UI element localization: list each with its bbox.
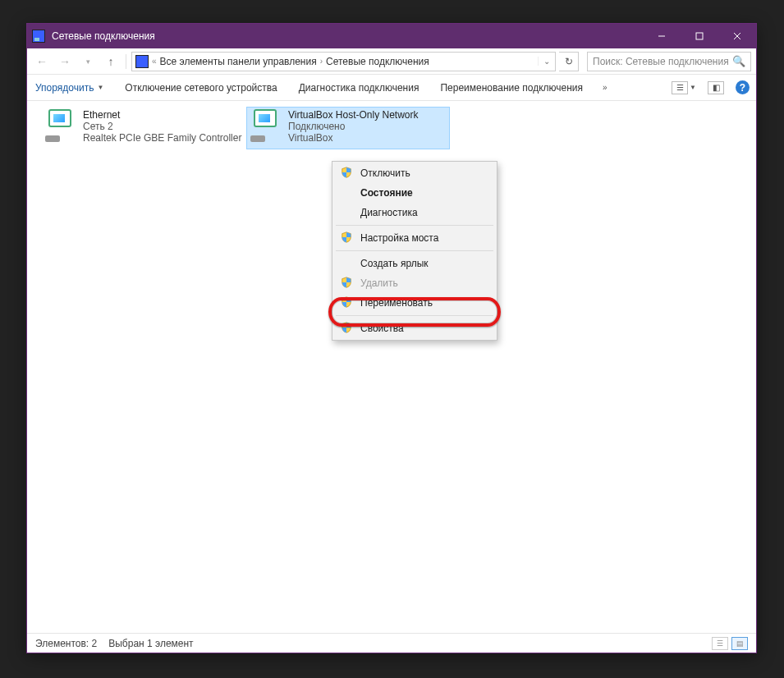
connection-item-ethernet[interactable]: Ethernet Сеть 2 Realtek PCIe GBE Family …	[42, 108, 244, 149]
connection-detail: VirtualBox	[288, 132, 419, 144]
shield-icon	[341, 167, 352, 178]
context-menu-item[interactable]: Свойства	[334, 318, 495, 338]
window-controls	[643, 24, 756, 48]
context-menu-separator	[336, 315, 493, 316]
help-button[interactable]: ?	[736, 80, 750, 94]
context-menu-label: Удалить	[360, 277, 398, 289]
explorer-window: Сетевые подключения ← → ▾ ↑ « Все элемен…	[26, 23, 757, 653]
details-view-button[interactable]: ☰	[712, 637, 728, 650]
chevron-down-icon: ▼	[97, 84, 103, 91]
context-menu-label: Создать ярлык	[360, 258, 429, 269]
chevron-icon: «	[152, 57, 157, 66]
toolbar-overflow[interactable]: »	[603, 83, 607, 92]
titlebar: Сетевые подключения	[27, 24, 756, 48]
connection-text: Ethernet Сеть 2 Realtek PCIe GBE Family …	[83, 109, 241, 144]
search-icon: 🔍	[732, 55, 745, 67]
context-menu-label: Переименовать	[360, 297, 433, 309]
context-menu-item[interactable]: Состояние	[334, 183, 495, 203]
breadcrumb-item[interactable]: Все элементы панели управления	[160, 56, 317, 67]
context-menu-item[interactable]: Создать ярлык	[334, 254, 495, 273]
tiles-view-button[interactable]: ▤	[731, 637, 748, 650]
context-menu-label: Состояние	[360, 187, 413, 199]
context-menu-label: Настройка моста	[360, 232, 438, 244]
context-menu-separator	[336, 225, 493, 226]
back-button[interactable]: ←	[32, 52, 52, 71]
shield-icon	[341, 296, 352, 308]
diagnose-button[interactable]: Диагностика подключения	[297, 79, 421, 97]
content-area: Ethernet Сеть 2 Realtek PCIe GBE Family …	[27, 101, 756, 633]
shield-icon	[341, 277, 352, 288]
close-button[interactable]	[718, 24, 756, 48]
context-menu-item[interactable]: Диагностика	[334, 203, 495, 222]
search-placeholder: Поиск: Сетевые подключения	[593, 56, 729, 67]
connection-name: Ethernet	[83, 109, 241, 121]
breadcrumb-dropdown[interactable]: ⌄	[538, 57, 555, 66]
breadcrumb-item[interactable]: Сетевые подключения	[326, 56, 429, 67]
preview-pane-button[interactable]: ◧	[708, 81, 724, 94]
status-count: Элементов: 2	[35, 638, 97, 649]
view-mode-button[interactable]: ☰	[672, 81, 688, 94]
context-menu-label: Свойства	[360, 323, 404, 334]
refresh-button[interactable]: ↻	[559, 52, 579, 71]
connection-text: VirtualBox Host-Only Network Подключено …	[288, 109, 419, 144]
minimize-button[interactable]	[643, 24, 681, 48]
chevron-icon: ›	[320, 57, 323, 66]
chevron-down-icon: ▼	[690, 84, 696, 91]
location-icon	[135, 55, 149, 68]
search-input[interactable]: Поиск: Сетевые подключения 🔍	[587, 52, 751, 71]
network-adapter-icon	[44, 109, 78, 144]
breadcrumb[interactable]: « Все элементы панели управления › Сетев…	[131, 52, 556, 71]
context-menu-separator	[336, 250, 493, 251]
network-adapter-icon	[249, 109, 283, 144]
window-title: Сетевые подключения	[52, 30, 155, 42]
toolbar-right: ☰ ▼ ◧ ?	[672, 80, 750, 94]
command-bar: Упорядочить ▼ Отключение сетевого устрой…	[27, 75, 756, 101]
forward-button[interactable]: →	[55, 52, 75, 71]
up-button[interactable]: ↑	[101, 52, 121, 71]
shield-icon	[341, 231, 352, 243]
connection-name: VirtualBox Host-Only Network	[288, 109, 419, 121]
organize-label: Упорядочить	[35, 82, 94, 94]
separator	[126, 54, 126, 69]
nav-bar: ← → ▾ ↑ « Все элементы панели управления…	[27, 48, 756, 75]
rename-button[interactable]: Переименование подключения	[438, 79, 585, 97]
organize-button[interactable]: Упорядочить ▼	[34, 79, 105, 97]
connection-item-virtualbox[interactable]: VirtualBox Host-Only Network Подключено …	[247, 108, 449, 149]
recent-dropdown[interactable]: ▾	[78, 52, 98, 71]
connection-detail: Realtek PCIe GBE Family Controller	[83, 132, 241, 144]
status-selection: Выбран 1 элемент	[108, 638, 193, 649]
context-menu-label: Диагностика	[360, 207, 418, 218]
context-menu-item[interactable]: Переименовать	[334, 293, 495, 313]
app-icon	[32, 30, 45, 43]
disable-device-button[interactable]: Отключение сетевого устройства	[123, 79, 278, 97]
context-menu-label: Отключить	[360, 167, 410, 179]
context-menu-item[interactable]: Отключить	[334, 163, 495, 183]
context-menu-item: Удалить	[334, 273, 495, 293]
status-bar: Элементов: 2 Выбран 1 элемент ☰ ▤	[27, 633, 756, 653]
connection-status: Сеть 2	[83, 121, 241, 132]
context-menu: ОтключитьСостояниеДиагностикаНастройка м…	[332, 161, 497, 341]
svg-rect-1	[696, 33, 703, 39]
context-menu-item[interactable]: Настройка моста	[334, 228, 495, 248]
maximize-button[interactable]	[681, 24, 718, 48]
connection-status: Подключено	[288, 121, 419, 132]
shield-icon	[341, 322, 352, 333]
